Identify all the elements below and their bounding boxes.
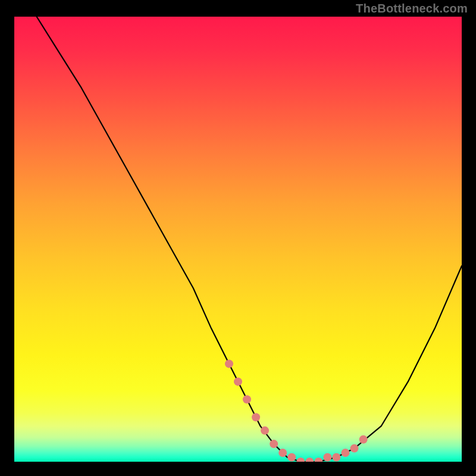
highlight-dot bbox=[278, 449, 287, 457]
highlight-dot bbox=[305, 458, 314, 462]
highlight-dot bbox=[287, 453, 296, 462]
chart-stage: TheBottleneck.com bbox=[0, 0, 476, 476]
highlight-dot bbox=[323, 453, 331, 462]
highlight-dot bbox=[270, 440, 278, 448]
highlight-dot bbox=[234, 377, 242, 386]
highlight-dot bbox=[296, 458, 305, 462]
highlight-dot bbox=[314, 458, 322, 462]
gradient-plot-area bbox=[14, 17, 462, 462]
highlight-dot bbox=[359, 436, 368, 444]
highlight-dot bbox=[342, 449, 350, 457]
bottleneck-curve-svg bbox=[14, 17, 462, 462]
highlight-dot bbox=[261, 427, 269, 435]
highlight-dots-group bbox=[225, 359, 368, 462]
highlight-dot bbox=[243, 395, 251, 403]
attribution-label: TheBottleneck.com bbox=[356, 2, 468, 15]
highlight-dot bbox=[332, 453, 340, 462]
highlight-dot bbox=[252, 413, 260, 421]
highlight-dot bbox=[225, 359, 233, 368]
bottleneck-curve-path bbox=[37, 17, 462, 462]
highlight-dot bbox=[350, 444, 359, 453]
